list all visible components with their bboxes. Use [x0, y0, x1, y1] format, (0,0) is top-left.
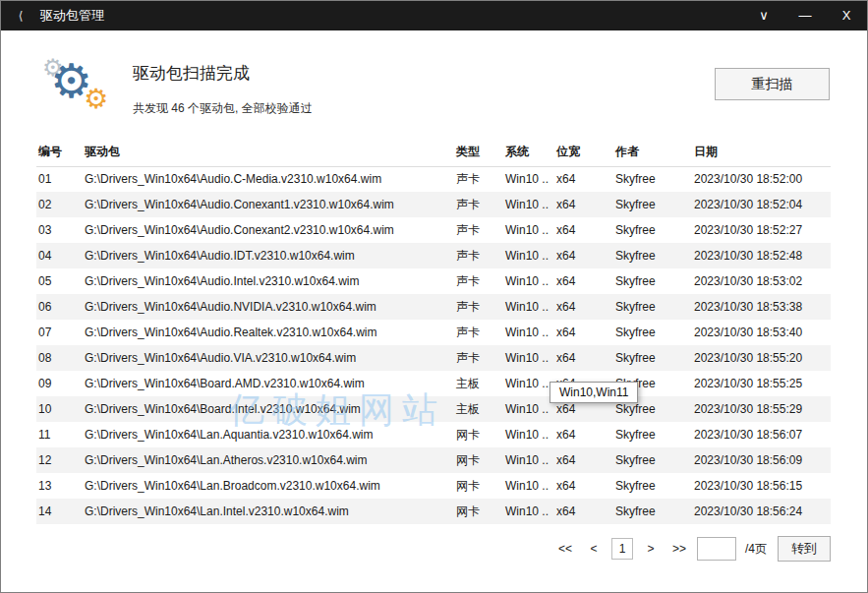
- cell-id: 02: [36, 192, 83, 217]
- cell-bits: x64: [554, 217, 613, 243]
- cell-author: Skyfree: [613, 473, 692, 499]
- cell-id: 03: [36, 217, 83, 243]
- goto-page-button[interactable]: 转到: [778, 536, 831, 562]
- cell-system: Win10 ..: [503, 499, 554, 524]
- cell-id: 08: [36, 345, 83, 371]
- cell-system: Win10 ..: [503, 447, 554, 473]
- cell-date: 2023/10/30 18:56:24: [692, 499, 831, 524]
- prev-page-button[interactable]: <: [583, 538, 605, 560]
- cell-author: Skyfree: [613, 192, 692, 217]
- cell-type: 声卡: [454, 320, 503, 345]
- gears-icon: ⚙ ⚙ ⚙: [38, 56, 119, 117]
- table-row[interactable]: 08 G:\Drivers_Win10x64\Audio.VIA.v2310.w…: [36, 345, 831, 371]
- table-row[interactable]: 13 G:\Drivers_Win10x64\Lan.Broadcom.v231…: [36, 473, 831, 499]
- cell-date: 2023/10/30 18:52:48: [692, 243, 831, 268]
- table-row[interactable]: 05 G:\Drivers_Win10x64\Audio.Intel.v2310…: [36, 268, 831, 294]
- cell-path: G:\Drivers_Win10x64\Audio.Intel.v2310.w1…: [83, 268, 454, 294]
- next-page-button[interactable]: >: [640, 538, 662, 560]
- rescan-button[interactable]: 重扫描: [715, 68, 830, 100]
- cell-author: Skyfree: [613, 166, 692, 192]
- scan-summary: 共发现 46 个驱动包, 全部校验通过: [133, 100, 313, 117]
- cell-bits: x64: [554, 447, 613, 473]
- cell-author: Skyfree: [613, 268, 692, 294]
- cell-path: G:\Drivers_Win10x64\Audio.C-Media.v2310.…: [83, 166, 454, 192]
- col-header-bits: 位宽: [554, 139, 613, 166]
- system-tooltip: Win10,Win11: [550, 382, 638, 403]
- table-row[interactable]: 02 G:\Drivers_Win10x64\Audio.Conexant1.v…: [36, 192, 831, 217]
- cell-system: Win10 ..: [503, 422, 554, 447]
- table-row[interactable]: 01 G:\Drivers_Win10x64\Audio.C-Media.v23…: [36, 166, 831, 192]
- col-header-date: 日期: [692, 139, 831, 166]
- cell-author: Skyfree: [613, 447, 692, 473]
- cell-type: 网卡: [454, 422, 503, 447]
- cell-author: Skyfree: [613, 294, 692, 320]
- page-number-input[interactable]: [697, 537, 736, 561]
- cell-type: 声卡: [454, 268, 503, 294]
- cell-id: 13: [36, 473, 83, 499]
- cell-date: 2023/10/30 18:55:29: [692, 396, 831, 422]
- cell-system: Win10 ..: [503, 371, 554, 396]
- last-page-button[interactable]: >>: [668, 538, 690, 560]
- cell-id: 01: [36, 166, 83, 192]
- page-title: 驱动包扫描完成: [133, 62, 313, 85]
- cell-bits: x64: [554, 294, 613, 320]
- cell-date: 2023/10/30 18:52:27: [692, 217, 831, 243]
- cell-system: Win10 ..: [503, 396, 554, 422]
- cell-bits: x64: [554, 268, 613, 294]
- cell-date: 2023/10/30 18:53:40: [692, 320, 831, 345]
- table-row[interactable]: 14 G:\Drivers_Win10x64\Lan.Intel.v2310.w…: [36, 499, 831, 524]
- cell-bits: x64: [554, 345, 613, 371]
- table-row[interactable]: 07 G:\Drivers_Win10x64\Audio.Realtek.v23…: [36, 320, 831, 345]
- cell-path: G:\Drivers_Win10x64\Audio.IDT.v2310.w10x…: [83, 243, 454, 268]
- cell-id: 04: [36, 243, 83, 268]
- cell-system: Win10 ..: [503, 294, 554, 320]
- cell-author: Skyfree: [613, 320, 692, 345]
- cell-id: 12: [36, 447, 83, 473]
- cell-bits: x64: [554, 320, 613, 345]
- cell-system: Win10 ..: [503, 268, 554, 294]
- table-row[interactable]: 03 G:\Drivers_Win10x64\Audio.Conexant2.v…: [36, 217, 831, 243]
- window-title: 驱动包管理: [40, 7, 104, 25]
- scan-header: ⚙ ⚙ ⚙ 驱动包扫描完成 共发现 46 个驱动包, 全部校验通过 重扫描: [1, 30, 867, 117]
- table-row[interactable]: 09 G:\Drivers_Win10x64\Board.AMD.v2310.w…: [36, 371, 831, 396]
- cell-path: G:\Drivers_Win10x64\Board.Intel.v2310.w1…: [83, 396, 454, 422]
- cell-date: 2023/10/30 18:56:09: [692, 447, 831, 473]
- cell-bits: x64: [554, 422, 613, 447]
- cell-author: Skyfree: [613, 243, 692, 268]
- table-row[interactable]: 10 G:\Drivers_Win10x64\Board.Intel.v2310…: [36, 396, 831, 422]
- cell-path: G:\Drivers_Win10x64\Audio.NVIDIA.v2310.w…: [83, 294, 454, 320]
- cell-bits: x64: [554, 243, 613, 268]
- table-row[interactable]: 06 G:\Drivers_Win10x64\Audio.NVIDIA.v231…: [36, 294, 831, 320]
- table-header-row: 编号 驱动包 类型 系统 位宽 作者 日期: [36, 139, 831, 166]
- titlebar: ⟨ 驱动包管理 ∨ — X: [1, 1, 867, 30]
- cell-date: 2023/10/30 18:55:25: [692, 371, 831, 396]
- current-page-button[interactable]: 1: [611, 538, 633, 560]
- table-row[interactable]: 04 G:\Drivers_Win10x64\Audio.IDT.v2310.w…: [36, 243, 831, 268]
- cell-author: Skyfree: [613, 345, 692, 371]
- cell-system: Win10 ..: [503, 320, 554, 345]
- col-header-type: 类型: [454, 139, 503, 166]
- col-header-author: 作者: [613, 139, 692, 166]
- cell-path: G:\Drivers_Win10x64\Audio.VIA.v2310.w10x…: [83, 345, 454, 371]
- cell-bits: x64: [554, 192, 613, 217]
- cell-type: 网卡: [454, 499, 503, 524]
- table-row[interactable]: 11 G:\Drivers_Win10x64\Lan.Aquantia.v231…: [36, 422, 831, 447]
- cell-date: 2023/10/30 18:56:07: [692, 422, 831, 447]
- table-row[interactable]: 12 G:\Drivers_Win10x64\Lan.Atheros.v2310…: [36, 447, 831, 473]
- cell-date: 2023/10/30 18:55:20: [692, 345, 831, 371]
- cell-id: 14: [36, 499, 83, 524]
- cell-type: 声卡: [454, 294, 503, 320]
- cell-path: G:\Drivers_Win10x64\Lan.Aquantia.v2310.w…: [83, 422, 454, 447]
- cell-path: G:\Drivers_Win10x64\Audio.Conexant2.v231…: [83, 217, 454, 243]
- chevron-down-icon[interactable]: ∨: [743, 1, 784, 30]
- cell-date: 2023/10/30 18:52:00: [692, 166, 831, 192]
- first-page-button[interactable]: <<: [554, 538, 576, 560]
- cell-date: 2023/10/30 18:52:04: [692, 192, 831, 217]
- col-header-path: 驱动包: [83, 139, 454, 166]
- minimize-button[interactable]: —: [784, 1, 826, 30]
- close-button[interactable]: X: [826, 1, 867, 30]
- back-icon[interactable]: ⟨: [1, 9, 40, 23]
- cell-date: 2023/10/30 18:53:02: [692, 268, 831, 294]
- cell-type: 网卡: [454, 473, 503, 499]
- cell-type: 声卡: [454, 166, 503, 192]
